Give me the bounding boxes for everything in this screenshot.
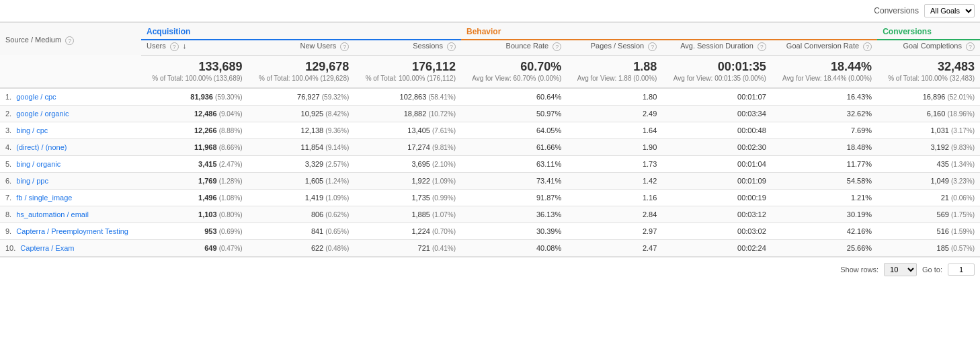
row-gc-3: 1,031 (3.17%) [877,122,980,138]
row-users-6: 1,769 (1.28%) [141,172,248,189]
row-bounce-10: 40.08% [461,239,567,256]
sessions-col-header: Sessions ? [354,40,461,55]
row-users-4: 11,968 (8.66%) [141,138,248,155]
row-gc-5: 435 (1.34%) [877,155,980,172]
row-gc-2: 6,160 (18.96%) [877,105,980,122]
group-header-row: Source / Medium ? Acquisition Behavior C… [0,23,980,40]
row-users-3: 12,266 (8.88%) [141,122,248,138]
row-sessions-7: 1,735 (0.99%) [354,189,461,206]
row-bounce-4: 61.66% [461,138,567,155]
row-source-2: 2. google / organic [0,105,141,122]
source-link-1[interactable]: google / cpc [16,93,56,101]
row-sessions-10: 721 (0.41%) [354,239,461,256]
source-link-9[interactable]: Capterra / Preemployment Testing [16,227,128,235]
row-new-users-2: 10,925 (8.42%) [248,105,355,122]
table-row: 4. (direct) / (none) 11,968 (8.66%) 11,8… [0,138,980,155]
gc-help-icon[interactable]: ? [966,42,975,51]
row-source-3: 3. bing / cpc [0,122,141,138]
duration-help-icon[interactable]: ? [758,42,766,51]
row-new-users-6: 1,605 (1.24%) [248,172,355,189]
goto-input[interactable] [948,264,975,276]
row-pages-1: 1.80 [567,88,662,106]
analytics-table: Source / Medium ? Acquisition Behavior C… [0,22,980,257]
goals-select[interactable]: All Goals [924,4,975,17]
totals-source [0,55,141,88]
gcr-help-icon[interactable]: ? [863,42,872,51]
row-source-10: 10. Capterra / Exam [0,239,141,256]
row-pages-5: 1.73 [567,155,662,172]
row-sessions-4: 17,274 (9.81%) [354,138,461,155]
row-users-8: 1,103 (0.80%) [141,206,248,223]
pages-help-icon[interactable]: ? [648,42,657,51]
source-link-6[interactable]: bing / ppc [16,177,48,185]
users-help-icon[interactable]: ? [170,42,179,51]
row-new-users-3: 12,138 (9.36%) [248,122,355,138]
row-users-2: 12,486 (9.04%) [141,105,248,122]
source-help-icon[interactable]: ? [65,36,74,45]
row-source-6: 6. bing / ppc [0,172,141,189]
row-new-users-4: 11,854 (9.14%) [248,138,355,155]
row-gcr-9: 42.16% [772,223,877,239]
row-duration-3: 00:00:48 [662,122,772,138]
source-link-3[interactable]: bing / cpc [16,126,48,134]
top-controls: Conversions All Goals [0,0,980,22]
row-gcr-5: 11.77% [772,155,877,172]
row-source-7: 7. fb / single_image [0,189,141,206]
source-link-10[interactable]: Capterra / Exam [20,244,74,252]
row-gcr-6: 54.58% [772,172,877,189]
totals-duration: 00:01:35 Avg for View: 00:01:35 (0.00%) [662,55,772,88]
row-new-users-8: 806 (0.62%) [248,206,355,223]
row-pages-6: 1.42 [567,172,662,189]
table-row: 8. hs_automation / email 1,103 (0.80%) 8… [0,206,980,223]
row-users-10: 649 (0.47%) [141,239,248,256]
sessions-help-icon[interactable]: ? [447,42,456,51]
behavior-group-header: Behavior [461,23,877,40]
totals-bounce: 60.70% Avg for View: 60.70% (0.00%) [461,55,567,88]
row-duration-1: 00:01:07 [662,88,772,106]
totals-row: 133,689 % of Total: 100.00% (133,689) 12… [0,55,980,88]
row-new-users-10: 622 (0.48%) [248,239,355,256]
table-row: 6. bing / ppc 1,769 (1.28%) 1,605 (1.24%… [0,172,980,189]
row-gcr-1: 16.43% [772,88,877,106]
behavior-label: Behavior [466,27,501,36]
source-link-8[interactable]: hs_automation / email [16,210,89,218]
row-bounce-1: 60.64% [461,88,567,106]
gcr-col-header: Goal Conversion Rate ? [772,40,877,55]
row-new-users-7: 1,419 (1.09%) [248,189,355,206]
users-sort-icon[interactable]: ↓ [183,42,187,50]
row-source-1: 1. google / cpc [0,88,141,106]
source-link-7[interactable]: fb / single_image [16,194,72,202]
column-headers-row: Users ? ↓ New Users ? Sessions ? Bounce … [0,40,980,55]
rows-per-page-select[interactable]: 10 25 50 100 [884,263,917,276]
totals-sessions: 176,112 % of Total: 100.00% (176,112) [354,55,461,88]
row-gcr-4: 18.48% [772,138,877,155]
row-bounce-6: 73.41% [461,172,567,189]
table-body: 1. google / cpc 81,936 (59.30%) 76,927 (… [0,88,980,257]
source-link-4[interactable]: (direct) / (none) [16,143,67,151]
row-sessions-5: 3,695 (2.10%) [354,155,461,172]
goto-label: Go to: [922,266,942,274]
row-pages-3: 1.64 [567,122,662,138]
conversions-label: Conversions [874,6,919,15]
source-link-2[interactable]: google / organic [16,110,69,118]
users-col-header: Users ? ↓ [141,40,248,55]
totals-gc: 32,483 % of Total: 100.00% (32,483) [877,55,980,88]
row-duration-7: 00:00:19 [662,189,772,206]
row-sessions-8: 1,885 (1.07%) [354,206,461,223]
row-users-9: 953 (0.69%) [141,223,248,239]
new-users-help-icon[interactable]: ? [340,42,349,51]
row-bounce-7: 91.87% [461,189,567,206]
source-link-5[interactable]: bing / organic [16,160,60,168]
row-duration-2: 00:03:34 [662,105,772,122]
row-gcr-8: 30.19% [772,206,877,223]
row-new-users-5: 3,329 (2.57%) [248,155,355,172]
bounce-help-icon[interactable]: ? [553,42,561,51]
acquisition-label: Acquisition [147,27,190,36]
row-bounce-9: 30.39% [461,223,567,239]
row-source-5: 5. bing / organic [0,155,141,172]
row-gc-9: 516 (1.59%) [877,223,980,239]
row-new-users-1: 76,927 (59.32%) [248,88,355,106]
table-row: 5. bing / organic 3,415 (2.47%) 3,329 (2… [0,155,980,172]
gc-col-header: Goal Completions ? [877,40,980,55]
conversions-group-label: Conversions [883,27,932,36]
